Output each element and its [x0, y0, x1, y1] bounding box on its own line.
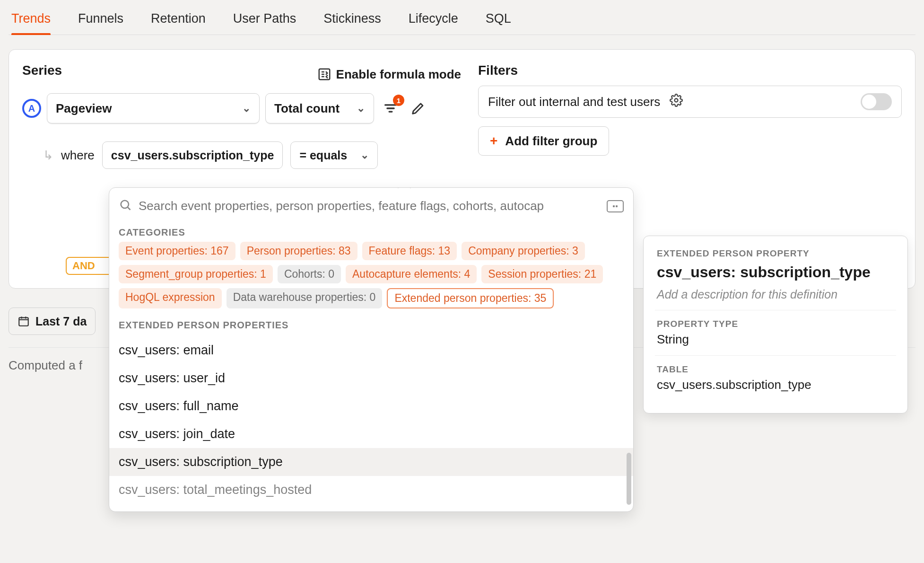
plus-icon: +: [490, 133, 497, 149]
chip-company-properties[interactable]: Company properties: 3: [462, 242, 585, 260]
svg-rect-5: [19, 317, 28, 325]
tab-sql[interactable]: SQL: [486, 9, 511, 35]
table-value: csv_users.subscription_type: [657, 378, 894, 392]
chip-event-properties[interactable]: Event properties: 167: [119, 242, 235, 260]
chip-extended-person[interactable]: Extended person properties: 35: [387, 288, 554, 308]
calendar-icon: [17, 315, 30, 327]
internal-users-toggle[interactable]: [861, 93, 892, 110]
category-chips: Event properties: 167 Person properties:…: [109, 242, 633, 315]
series-heading: Series: [22, 63, 62, 78]
property-type-label: PROPERTY TYPE: [657, 319, 894, 329]
chip-person-properties[interactable]: Person properties: 83: [240, 242, 357, 260]
chevron-down-icon: ⌄: [360, 149, 369, 161]
list-item[interactable]: csv_users: subscription_type: [109, 448, 633, 476]
list-item[interactable]: csv_users: full_name: [109, 392, 633, 420]
insight-tabs: Trends Funnels Retention User Paths Stic…: [9, 0, 915, 35]
keyboard-icon: [607, 200, 624, 212]
where-arrow-icon: ↳: [43, 148, 53, 163]
list-item[interactable]: csv_users: user_id: [109, 364, 633, 392]
tab-user-paths[interactable]: User Paths: [233, 9, 296, 35]
search-icon: [119, 198, 132, 214]
tab-funnels[interactable]: Funnels: [78, 9, 123, 35]
property-select[interactable]: csv_users.subscription_type: [102, 141, 283, 169]
where-label: where: [61, 148, 95, 163]
chip-session-properties[interactable]: Session properties: 21: [481, 265, 603, 283]
property-list[interactable]: csv_users: email csv_users: user_id csv_…: [109, 334, 633, 511]
tab-stickiness[interactable]: Stickiness: [323, 9, 381, 35]
property-type-value: String: [657, 332, 894, 347]
edit-button[interactable]: [407, 97, 429, 119]
filter-count-badge: 1: [393, 95, 404, 106]
property-search-input[interactable]: [139, 199, 600, 213]
event-select[interactable]: Pageview ⌄: [47, 93, 260, 123]
extended-section-label: EXTENDED PERSON PROPERTIES: [109, 315, 633, 334]
dropdown-caret: [398, 187, 411, 189]
property-dropdown: CATEGORIES Event properties: 167 Person …: [109, 187, 634, 512]
formula-icon: [317, 67, 331, 81]
filters-heading: Filters: [478, 63, 902, 78]
chip-feature-flags[interactable]: Feature flags: 13: [362, 242, 457, 260]
chip-segment-group[interactable]: Segment_group properties: 1: [119, 265, 273, 283]
svg-line-10: [128, 207, 130, 210]
chip-cohorts[interactable]: Cohorts: 0: [278, 265, 341, 283]
chip-autocapture[interactable]: Autocapture elements: 4: [346, 265, 477, 283]
add-filter-group-button[interactable]: + Add filter group: [478, 126, 609, 156]
chip-hogql[interactable]: HogQL expression: [119, 288, 222, 308]
list-item[interactable]: csv_users: email: [109, 336, 633, 364]
scrollbar-thumb[interactable]: [627, 453, 631, 505]
property-detail-panel: EXTENDED PERSON PROPERTY csv_users: subs…: [643, 236, 908, 413]
chevron-down-icon: ⌄: [357, 102, 365, 114]
series-badge-a: A: [22, 99, 41, 118]
table-label: TABLE: [657, 364, 894, 375]
formula-mode-toggle[interactable]: Enable formula mode: [317, 67, 461, 82]
chip-data-warehouse[interactable]: Data warehouse properties: 0: [227, 288, 383, 308]
gear-icon[interactable]: [670, 94, 683, 110]
detail-title: csv_users: subscription_type: [657, 264, 894, 281]
detail-eyebrow: EXTENDED PERSON PROPERTY: [657, 248, 894, 259]
detail-description[interactable]: Add a description for this definition: [657, 288, 894, 301]
date-range-select[interactable]: Last 7 da: [9, 308, 96, 335]
tab-lifecycle[interactable]: Lifecycle: [409, 9, 458, 35]
chevron-down-icon: ⌄: [242, 102, 251, 114]
categories-label: CATEGORIES: [109, 222, 633, 242]
list-item[interactable]: csv_users: total_meetings_hosted: [109, 476, 633, 504]
tab-retention[interactable]: Retention: [151, 9, 206, 35]
svg-point-4: [675, 98, 678, 102]
list-item[interactable]: csv_users: join_date: [109, 420, 633, 448]
operator-select[interactable]: = equals ⌄: [290, 141, 378, 169]
internal-users-filter[interactable]: Filter out internal and test users: [478, 86, 902, 118]
metric-select[interactable]: Total count ⌄: [265, 93, 374, 123]
series-filter-button[interactable]: 1: [380, 97, 401, 119]
svg-point-9: [121, 201, 129, 208]
tab-trends[interactable]: Trends: [11, 9, 51, 35]
